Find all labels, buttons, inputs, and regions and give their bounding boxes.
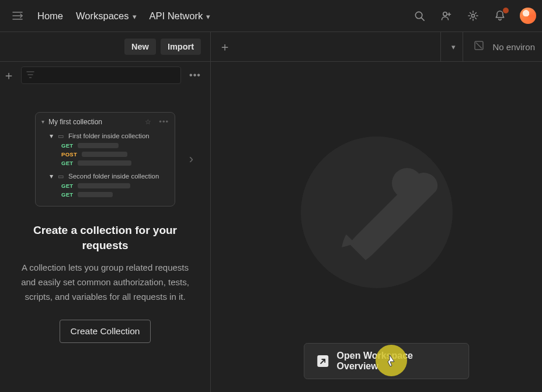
environment-selector-area: ▾ [440,32,463,61]
workspace-action-bar: New Import ＋ ▾ No environ [0,32,542,62]
illus-folder-1: ▾ ▭ First folder inside collection [50,132,169,140]
caret-down-icon: ▾ [50,172,53,180]
illus-folder-2-label: Second folder inside collection [68,173,159,180]
import-button[interactable]: Import [161,38,201,55]
method-post: POST [61,151,77,158]
nav-api-network-label: API Network [150,10,203,22]
filter-input[interactable] [39,71,176,80]
folder-icon: ▭ [58,173,64,180]
folder-icon: ▭ [58,132,64,140]
nav-home-label: Home [37,10,63,22]
request-placeholder-bar [78,143,119,148]
chevron-down-icon: ▾ [206,12,210,21]
star-icon: ☆ [145,118,151,126]
next-illustration-icon[interactable]: › [189,152,193,167]
sidebar-toggle-icon[interactable] [11,9,25,23]
empty-state-headline: Create a collection for your requests [15,223,195,253]
tab-strip: ＋ [211,39,440,55]
invite-icon[interactable] [439,9,453,23]
main-area: ＋ ••• ▾ My first collection ☆ ••• ▾ [0,62,542,392]
illus-request: GET [61,191,169,198]
empty-state-description: A collection lets you group related requ… [15,261,195,304]
nav-api-network[interactable]: API Network ▾ [150,10,211,22]
top-nav-right [412,8,536,24]
illus-request: GET [61,160,169,166]
illus-folder-1-label: First folder inside collection [68,132,150,139]
collection-illustration: ▾ My first collection ☆ ••• ▾ ▭ First fo… [35,112,175,206]
new-tab-button[interactable]: ＋ [219,39,231,55]
request-placeholder-bar [82,152,127,157]
new-button[interactable]: New [124,38,156,55]
caret-down-icon: ▾ [50,132,53,140]
nav-home[interactable]: Home [37,10,63,22]
filter-icon [26,70,34,80]
nav-workspaces-label: Workspaces [76,10,128,22]
environment-selector[interactable]: No environ [463,32,542,61]
sidebar: ＋ ••• ▾ My first collection ☆ ••• ▾ [0,62,211,392]
environment-label: No environ [492,42,535,52]
method-get: GET [61,191,73,198]
notifications-icon[interactable] [493,9,507,23]
svg-point-6 [301,136,453,288]
svg-point-3 [471,14,474,17]
more-icon: ••• [159,117,169,126]
sidebar-toolbar: ＋ ••• [0,62,210,89]
method-get: GET [61,160,73,166]
illus-folder-2: ▾ ▭ Second folder inside collection [50,172,169,180]
request-placeholder-bar [78,160,131,166]
method-get: GET [61,183,73,189]
search-icon[interactable] [412,9,426,23]
illus-request: GET [61,183,169,189]
top-nav-left: Home Workspaces ▾ API Network ▾ [11,9,210,23]
method-get: GET [61,142,73,149]
request-placeholder-bar [78,183,130,188]
chevron-down-icon: ▾ [133,12,137,21]
illus-collection-row: ▾ My first collection ☆ ••• [41,117,169,126]
request-placeholder-bar [78,192,113,197]
open-workspace-overview-label: Open Workspace Overview [337,351,456,372]
illus-request: POST [61,151,169,158]
illus-collection-title: My first collection [48,118,102,126]
request-builder-empty: Open Workspace Overview [211,62,542,392]
sidebar-add-button[interactable]: ＋ [2,68,15,83]
caret-down-icon: ▾ [41,118,44,125]
user-avatar[interactable] [520,8,536,24]
sidebar-more-icon[interactable]: ••• [187,70,203,80]
open-external-icon [317,355,329,367]
notification-badge [503,8,509,13]
postman-logo-watermark [301,136,453,288]
sidebar-empty-state: ▾ My first collection ☆ ••• ▾ ▭ First fo… [0,89,210,385]
nav-workspaces[interactable]: Workspaces ▾ [76,10,136,22]
open-workspace-overview-button[interactable]: Open Workspace Overview [304,343,470,379]
workspace-action-left: New Import [0,32,211,61]
no-environment-icon [474,40,484,53]
filter-input-wrapper[interactable] [21,66,181,84]
create-collection-button[interactable]: Create Collection [60,320,151,343]
svg-line-1 [421,18,423,20]
illus-request: GET [61,142,169,149]
top-navigation: Home Workspaces ▾ API Network ▾ [0,0,542,32]
settings-icon[interactable] [466,9,480,23]
svg-point-2 [443,12,447,16]
svg-line-5 [476,43,482,48]
tab-dropdown-icon[interactable]: ▾ [451,43,456,51]
